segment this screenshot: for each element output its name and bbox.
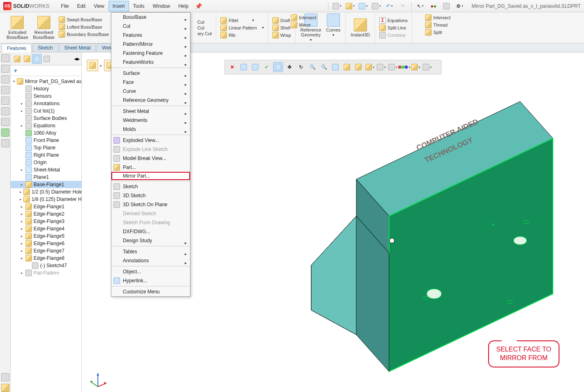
redo-button[interactable]: ↷ [397,2,408,11]
wrap-button[interactable]: Wrap [271,32,293,39]
task-btn-5[interactable] [1,97,9,105]
menu-item-mirror-part[interactable]: Mirror Part... [111,172,190,180]
task-btn-7[interactable] [1,118,9,126]
file-props-button[interactable] [441,2,452,11]
hud-hide-show[interactable] [376,62,386,72]
options-button[interactable]: ⚙ [454,2,465,11]
tree-root[interactable]: ▾ Mirror Part_DG_Saved as_x_t… [11,78,81,85]
bc-part[interactable] [87,60,98,71]
revolved-boss-button[interactable]: Revolved Boss/Base [31,16,57,40]
pin-icon[interactable]: 📌 [195,3,202,9]
task-btn-8[interactable] [1,128,9,137]
mirror-button[interactable]: Mirror [289,21,312,29]
menu-item-fastening-feature[interactable]: Fastening Feature [111,49,190,58]
lofted-cut-button[interactable]: Cut [196,25,206,31]
tree-node[interactable]: ▸Edge-Flange2 [11,210,81,218]
select-button[interactable]: ↖ [415,2,426,11]
hud-cancel[interactable]: ✕ [227,62,237,72]
menu-item-annotations[interactable]: Annotations [111,256,190,265]
tree-node[interactable]: ▸Edge-Flange7 [11,247,81,255]
curves-button[interactable]: Curves▾ [324,14,343,42]
tree-node[interactable]: ▸Flat-Pattern [11,269,81,277]
rib-button[interactable]: Rib [219,32,237,39]
fm-tab-assembly[interactable] [12,54,22,64]
tree-node[interactable]: 1060 Alloy [11,129,81,137]
intersect-button[interactable]: Intersect [289,14,318,21]
menu-help[interactable]: Help [174,1,192,11]
split-button[interactable]: Split [423,29,444,36]
instant3d-button[interactable]: Instant3D [348,18,372,37]
menu-view[interactable]: View [90,1,109,11]
split-line-button[interactable]: Split Line [378,24,407,32]
menu-item-curve[interactable]: Curve [111,87,190,96]
fm-nav-next[interactable]: ▶ [77,57,80,61]
tree-node[interactable]: ▸Edge-Flange8 [11,255,81,262]
task-btn-3[interactable] [1,75,9,83]
menu-item-tables[interactable]: Tables [111,247,190,256]
hud-view-orient[interactable] [388,62,398,72]
hud-btn-3[interactable] [250,62,260,72]
tree-node[interactable]: Sensors [11,92,81,100]
hud-zoom-fit[interactable]: 🔍 [319,62,329,72]
swept-cut-button[interactable]: Cut [196,19,206,25]
menu-item-part[interactable]: Part... [111,163,190,172]
tree-node[interactable]: ▸Equations [11,122,81,129]
rebuild-button[interactable]: ●● [428,2,439,11]
tree-node[interactable]: ▸1/8 (0.125) Diameter Ho… [11,196,81,203]
tree-node[interactable]: Plane1 [11,173,81,181]
tree-node[interactable]: (-) Sketch47 [11,262,81,269]
save-button[interactable] [358,2,369,11]
tab-sketch[interactable]: Sketch [32,43,58,52]
tree-node[interactable]: ▸Edge-Flange3 [11,218,81,225]
hud-scene[interactable] [411,62,421,72]
tab-features[interactable]: Features [2,44,32,52]
menu-item-boss-base[interactable]: Boss/Base [111,13,190,22]
menu-item-object[interactable]: Object... [111,267,190,276]
menu-item-dxf-dwg[interactable]: DXF/DWG... [111,227,190,236]
equations-button[interactable]: ΣEquations [378,17,409,24]
menu-item-model-break-view[interactable]: Model Break View... [111,154,190,163]
menu-item-exploded-view[interactable]: Exploded View... [111,136,190,145]
hud-rotate[interactable]: ↻ [296,62,306,72]
menu-edit[interactable]: Edit [73,1,90,11]
tree-node[interactable]: History [11,85,81,92]
menu-item-design-study[interactable]: Design Study [111,236,190,245]
menu-file[interactable]: File [57,1,73,11]
tree-node[interactable]: Right Plane [11,151,81,159]
task-btn-6[interactable] [1,107,9,115]
fm-nav-prev[interactable]: ◀ [74,57,77,61]
task-btn-2[interactable] [1,65,9,73]
menu-item-sketch[interactable]: Sketch [111,182,190,191]
intersect2-button[interactable]: Intersect [423,14,452,21]
new-file-button[interactable] [332,2,342,11]
swept-boss-button[interactable]: Swept Boss/Base [57,16,104,23]
tree-node[interactable]: ▸Edge-Flange5 [11,232,81,240]
tree-node[interactable]: ▸1/2 (0.5) Diameter Hole … [11,188,81,196]
fillet-button[interactable]: Fillet▾ [219,17,255,24]
menu-item-features[interactable]: Features [111,31,190,40]
task-btn-10[interactable] [1,373,9,381]
hud-appearance[interactable] [399,62,409,72]
boundary-boss-button[interactable]: Boundary Boss/Base [57,31,111,38]
task-btn-4[interactable] [1,86,9,94]
linear-pattern-button[interactable]: Linear Pattern▾ [219,24,265,32]
fm-tab-config[interactable] [22,54,32,64]
part-model[interactable]: COMPUTER AIDED TECHNOLOGY + [274,77,561,384]
task-btn-11[interactable] [1,384,9,392]
menu-item-surface[interactable]: Surface [111,69,190,78]
hud-btn-4[interactable]: ✔ [262,62,272,72]
lofted-boss-button[interactable]: Lofted Boss/Base [57,23,104,31]
draft-button[interactable]: Draft [271,17,292,24]
fm-tab-feature[interactable] [32,54,42,64]
tree-node[interactable]: ▸Base-Flange1 [11,181,81,188]
menu-item-3d-sketch-on-plane[interactable]: 3D Sketch On Plane [111,200,190,209]
fm-tab-property[interactable] [42,54,52,64]
tree-node[interactable]: Front Plane [11,137,81,144]
tab-sheet-metal[interactable]: Sheet Metal [59,43,96,52]
combine-button[interactable]: Combine [378,32,407,39]
menu-item-cut[interactable]: Cut [111,22,190,31]
menu-item-hyperlink[interactable]: Hyperlink... [111,276,190,285]
hud-btn-2[interactable] [239,62,249,72]
hud-section[interactable] [342,62,352,72]
hud-render[interactable] [422,62,432,72]
